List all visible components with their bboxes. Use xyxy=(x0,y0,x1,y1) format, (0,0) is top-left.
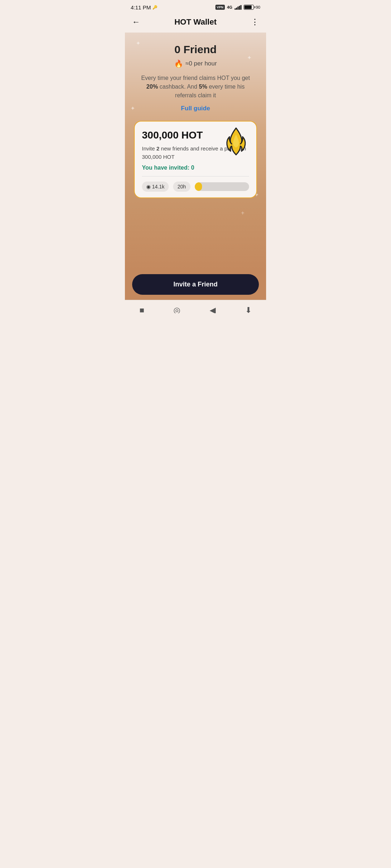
battery-tip xyxy=(255,6,255,8)
battery-level: 90 xyxy=(256,5,260,9)
per-hour: 🔥 ≈0 per hour xyxy=(174,59,217,68)
time-badge: 20h xyxy=(173,182,190,192)
battery-body xyxy=(244,5,254,10)
card-footer: ◉ 14.1k 20h xyxy=(142,182,249,192)
battery-fill xyxy=(244,5,252,9)
full-guide-link[interactable]: Full guide xyxy=(181,105,210,112)
cashback-percent-1: 20% xyxy=(146,84,158,90)
friends-count: 0 Friend xyxy=(175,43,217,56)
reward-card: 300,000 HOT Invite 2 new friends and rec… xyxy=(134,121,257,198)
sparkle-decoration: ✦ xyxy=(130,105,135,112)
status-right: VPN 4G 90 xyxy=(215,5,260,10)
cashback-percent-2: 5% xyxy=(199,84,207,90)
participants-count: 14.1k xyxy=(152,184,164,190)
status-time: 4:11 PM 🔑 xyxy=(131,4,157,10)
card-divider xyxy=(142,176,249,176)
sparkle-decoration: ✦ xyxy=(136,40,140,47)
signal-bars xyxy=(235,5,241,10)
vpn-badge: VPN xyxy=(215,5,225,10)
battery: 90 xyxy=(244,5,260,10)
invite-button-wrapper: Invite a Friend xyxy=(125,271,266,300)
page-title: HOT Wallet xyxy=(175,17,217,27)
bottom-nav: ■ ◎ ◀ ⬇ xyxy=(125,300,266,313)
time-display: 4:11 PM xyxy=(131,4,151,10)
more-options-button[interactable]: ⋮ xyxy=(249,16,260,28)
main-content: ✦ ✦ ✦ ✦ + + 0 Friend 🔥 ≈0 per hour Every… xyxy=(125,33,266,271)
fire-emoji-small: 🔥 xyxy=(174,59,183,68)
progress-bar xyxy=(195,182,249,191)
nav-back-icon[interactable]: ◀ xyxy=(204,303,222,314)
per-hour-text: ≈0 per hour xyxy=(185,60,217,67)
desc-text-2: cashback. And xyxy=(158,84,199,90)
sparkle-decoration: ✦ xyxy=(247,54,252,61)
sparkle-decoration: + xyxy=(241,210,244,216)
nav-square-icon[interactable]: ■ xyxy=(134,303,150,314)
nav-home-icon[interactable]: ◎ xyxy=(168,303,186,314)
top-nav: ← HOT Wallet ⋮ xyxy=(125,13,266,33)
progress-fill xyxy=(195,182,202,191)
invite-text-1: Invite xyxy=(142,145,156,152)
key-icon: 🔑 xyxy=(152,5,157,10)
back-button[interactable]: ← xyxy=(131,16,142,28)
nav-download-icon[interactable]: ⬇ xyxy=(239,303,257,314)
participants-badge: ◉ 14.1k xyxy=(142,182,169,192)
card-fire-icon xyxy=(222,126,251,160)
status-bar: 4:11 PM 🔑 VPN 4G 90 xyxy=(125,0,266,13)
network-type: 4G xyxy=(227,5,232,9)
person-icon: ◉ xyxy=(146,184,151,190)
invited-count: You have invited: 0 xyxy=(142,165,249,171)
referral-description: Every time your friend claims HOT you ge… xyxy=(138,74,253,100)
desc-text-1: Every time your friend claims HOT you ge… xyxy=(141,75,250,81)
invite-friend-button[interactable]: Invite a Friend xyxy=(132,274,259,295)
